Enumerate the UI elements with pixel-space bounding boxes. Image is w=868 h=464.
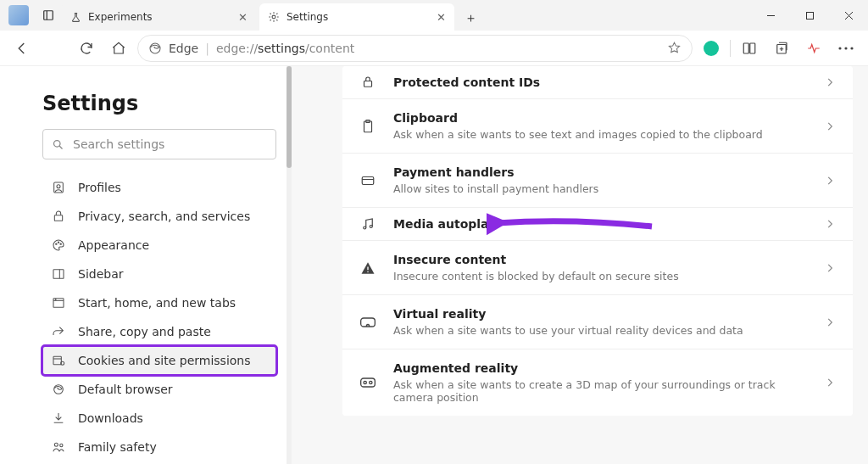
svg-rect-9 <box>750 43 755 53</box>
tab-settings[interactable]: Settings ✕ <box>259 3 454 31</box>
svg-rect-27 <box>53 356 61 364</box>
svg-rect-4 <box>806 12 813 19</box>
close-window-button[interactable] <box>829 0 868 31</box>
svg-point-11 <box>838 47 841 49</box>
chevron-right-icon <box>824 120 836 132</box>
nav-sidebar[interactable]: Sidebar <box>42 260 276 288</box>
svg-point-40 <box>367 271 369 272</box>
chevron-right-icon <box>824 76 836 88</box>
nav-appearance[interactable]: Appearance <box>42 231 276 260</box>
url-text: edge://settings/content <box>216 42 354 55</box>
window-controls <box>751 0 868 31</box>
chevron-right-icon <box>824 218 836 230</box>
nav-profiles[interactable]: Profiles <box>42 173 276 202</box>
nav-default-browser[interactable]: Default browser <box>42 375 276 404</box>
chevron-right-icon <box>824 175 836 187</box>
page-title: Settings <box>42 92 276 115</box>
svg-point-43 <box>364 381 366 383</box>
grammarly-icon[interactable] <box>698 35 725 62</box>
lock-icon <box>51 210 66 223</box>
split-screen-icon[interactable] <box>736 35 763 62</box>
row-media-autoplay[interactable]: Media autoplay <box>342 208 853 241</box>
nav-privacy[interactable]: Privacy, search, and services <box>42 202 276 231</box>
edge-logo-icon <box>148 42 162 55</box>
svg-rect-22 <box>53 270 64 279</box>
svg-point-21 <box>60 243 61 244</box>
svg-point-17 <box>57 185 60 188</box>
titlebar: Experiments ✕ Settings ✕ ＋ <box>0 0 868 31</box>
tab-label: Settings <box>287 11 328 23</box>
home-tab-icon <box>51 296 66 310</box>
back-button[interactable] <box>8 35 36 62</box>
minimize-button[interactable] <box>751 0 790 31</box>
gear-icon <box>268 11 280 23</box>
chevron-right-icon <box>824 377 836 389</box>
clipboard-icon <box>359 119 376 134</box>
new-tab-button[interactable]: ＋ <box>458 5 483 31</box>
svg-point-26 <box>55 299 56 300</box>
settings-sidebar: Settings Search settings Profiles Privac… <box>0 66 292 464</box>
chevron-right-icon <box>824 262 836 274</box>
settings-main: Protected content IDs ClipboardAsk when … <box>292 66 868 464</box>
chevron-right-icon <box>824 316 836 328</box>
permission-list: Protected content IDs ClipboardAsk when … <box>342 66 853 416</box>
address-bar[interactable]: Edge | edge://settings/content <box>137 35 693 62</box>
svg-point-20 <box>58 242 58 243</box>
svg-rect-42 <box>361 378 376 387</box>
more-icon[interactable] <box>832 35 860 62</box>
card-icon <box>359 173 376 188</box>
share-icon <box>51 325 66 338</box>
tab-actions-icon[interactable] <box>36 3 61 28</box>
row-payment-handlers[interactable]: Payment handlersAllow sites to install p… <box>342 154 853 208</box>
row-augmented-reality[interactable]: Augmented realityAsk when a site wants t… <box>342 349 853 416</box>
toolbar: Edge | edge://settings/content <box>0 31 868 66</box>
svg-rect-41 <box>361 318 376 327</box>
wellness-icon[interactable] <box>800 35 827 62</box>
ar-icon <box>359 377 376 389</box>
shield-lock-icon <box>359 75 376 90</box>
tabstrip: Experiments ✕ Settings ✕ ＋ <box>61 3 483 31</box>
edge-label: Edge <box>169 42 198 55</box>
svg-point-32 <box>60 444 63 446</box>
svg-point-19 <box>56 243 57 244</box>
maximize-button[interactable] <box>790 0 829 31</box>
nav-family[interactable]: Family safety <box>42 433 276 461</box>
row-clipboard[interactable]: ClipboardAsk when a site wants to see te… <box>342 99 853 154</box>
family-icon <box>51 440 66 454</box>
row-virtual-reality[interactable]: Virtual realityAsk when a site wants to … <box>342 295 853 349</box>
flask-icon <box>70 11 81 23</box>
edge-icon <box>51 383 66 396</box>
svg-rect-8 <box>743 43 748 53</box>
search-icon <box>52 138 64 151</box>
svg-point-44 <box>370 381 372 383</box>
nav-cookies-permissions[interactable]: Cookies and site permissions <box>42 346 276 375</box>
svg-rect-0 <box>44 11 53 20</box>
download-icon <box>51 411 66 425</box>
svg-point-14 <box>54 140 61 147</box>
home-button[interactable] <box>105 35 132 62</box>
favorite-icon[interactable] <box>667 41 682 55</box>
refresh-button[interactable] <box>73 35 100 62</box>
collections-icon[interactable] <box>768 35 795 62</box>
svg-rect-33 <box>364 81 372 87</box>
close-icon[interactable]: ✕ <box>437 11 446 24</box>
nav-share[interactable]: Share, copy and paste <box>42 317 276 346</box>
svg-rect-18 <box>54 215 62 221</box>
nav-start-home[interactable]: Start, home, and new tabs <box>42 288 276 317</box>
svg-point-38 <box>364 226 366 229</box>
profile-icon <box>51 181 66 194</box>
search-input[interactable]: Search settings <box>42 129 276 159</box>
svg-rect-36 <box>362 176 374 184</box>
content-area: Settings Search settings Profiles Privac… <box>0 66 868 464</box>
tab-experiments[interactable]: Experiments ✕ <box>61 3 256 31</box>
close-icon[interactable]: ✕ <box>238 11 248 24</box>
row-protected-content[interactable]: Protected content IDs <box>342 66 853 99</box>
palette-icon <box>51 238 66 252</box>
profile-avatar[interactable] <box>8 5 29 25</box>
nav-downloads[interactable]: Downloads <box>42 404 276 433</box>
vr-icon <box>359 316 376 328</box>
svg-line-15 <box>59 146 62 148</box>
svg-point-12 <box>844 47 847 49</box>
row-insecure-content[interactable]: Insecure contentInsecure content is bloc… <box>342 241 853 295</box>
svg-point-13 <box>850 47 853 49</box>
